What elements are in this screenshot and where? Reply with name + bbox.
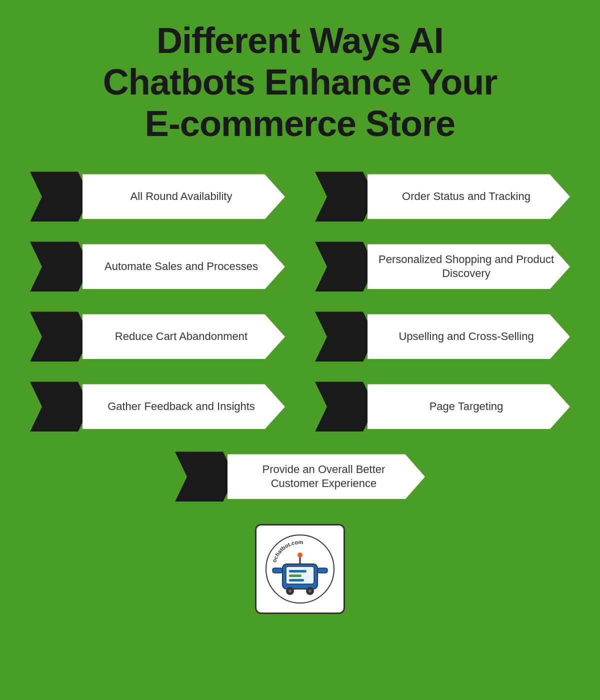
item-label: Personalized Shopping and Product Discov… <box>368 244 570 289</box>
arrow-icon <box>30 312 90 362</box>
arrow-icon <box>315 382 375 432</box>
svg-point-12 <box>298 552 302 558</box>
arrow-icon <box>315 242 375 292</box>
list-item: Automate Sales and Processes <box>30 239 285 294</box>
svg-point-10 <box>308 590 312 592</box>
item-label: Reduce Cart Abandonment <box>82 314 285 359</box>
items-grid: All Round Availability Order Status and … <box>30 169 570 434</box>
item-label: Order Status and Tracking <box>368 174 570 219</box>
list-item: All Round Availability <box>30 169 285 224</box>
arrow-icon <box>315 312 375 362</box>
list-item: Reduce Cart Abandonment <box>30 309 285 364</box>
arrow-icon <box>175 452 235 502</box>
arrow-icon <box>30 172 90 222</box>
svg-rect-14 <box>318 568 328 573</box>
chatbot-logo: ochatbot.com <box>265 534 335 604</box>
list-item: Personalized Shopping and Product Discov… <box>315 239 570 294</box>
list-item: Upselling and Cross-Selling <box>315 309 570 364</box>
svg-rect-4 <box>289 570 306 572</box>
item-label: Provide an Overall Better Customer Exper… <box>228 454 425 499</box>
list-item: Gather Feedback and Insights <box>30 379 285 434</box>
item-label: All Round Availability <box>82 174 285 219</box>
list-item: Page Targeting <box>315 379 570 434</box>
svg-rect-6 <box>289 579 304 582</box>
page-container: Different Ways AI Chatbots Enhance Your … <box>0 0 600 700</box>
main-title: Different Ways AI Chatbots Enhance Your … <box>103 20 497 144</box>
item-label: Automate Sales and Processes <box>82 244 285 289</box>
logo-container: ochatbot.com <box>255 524 345 614</box>
svg-rect-13 <box>272 568 282 573</box>
arrow-icon <box>315 172 375 222</box>
item-label: Page Targeting <box>368 384 570 429</box>
item-label: Upselling and Cross-Selling <box>368 314 570 359</box>
arrow-icon <box>30 382 90 432</box>
item-label: Gather Feedback and Insights <box>82 384 285 429</box>
bottom-item-container: Provide an Overall Better Customer Exper… <box>30 449 570 504</box>
arrow-icon <box>30 242 90 292</box>
svg-rect-5 <box>289 574 302 577</box>
list-item: Order Status and Tracking <box>315 169 570 224</box>
svg-point-9 <box>288 590 292 592</box>
list-item: Provide an Overall Better Customer Exper… <box>175 449 425 504</box>
